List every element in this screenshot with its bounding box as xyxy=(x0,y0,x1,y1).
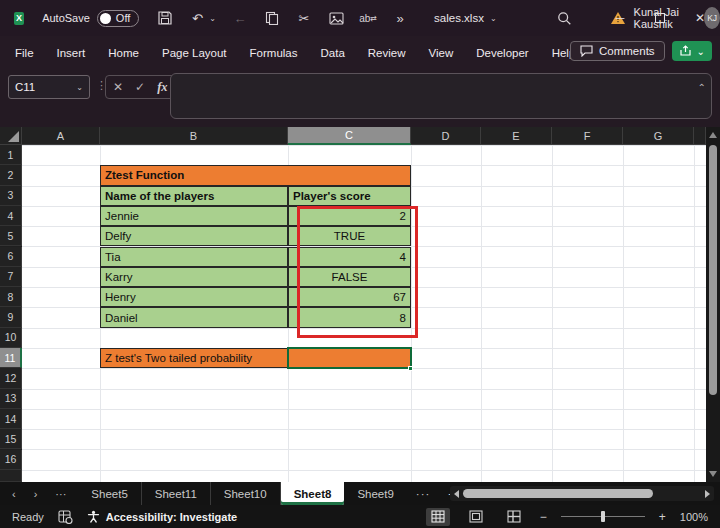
horizontal-scrollbar[interactable] xyxy=(450,486,714,501)
sheet-list-ellipsis-icon[interactable]: ··· xyxy=(55,488,66,500)
search-icon[interactable] xyxy=(557,11,572,26)
paste-picture-icon[interactable] xyxy=(328,10,344,26)
cell-B2-title[interactable]: Ztest Function xyxy=(100,165,411,185)
cell-C9[interactable]: 8 xyxy=(288,307,411,327)
sheet-nav-right-icon[interactable]: › xyxy=(34,488,38,500)
cell-B8[interactable]: Henry xyxy=(100,287,288,307)
tab-data[interactable]: Data xyxy=(312,41,354,65)
row-header-9[interactable]: 9 xyxy=(0,307,22,327)
select-all-corner[interactable] xyxy=(0,127,22,145)
scroll-down-icon[interactable] xyxy=(709,471,717,477)
scroll-left-icon[interactable] xyxy=(454,490,459,498)
close-button[interactable]: ✕ xyxy=(680,0,720,36)
row-header-13[interactable]: 13 xyxy=(0,389,22,409)
tab-review[interactable]: Review xyxy=(359,41,415,65)
horizontal-scroll-thumb[interactable] xyxy=(463,489,653,498)
tab-insert[interactable]: Insert xyxy=(48,41,95,65)
column-header-D[interactable]: D xyxy=(411,127,481,145)
cell-C6[interactable]: 4 xyxy=(288,247,411,267)
translate-icon[interactable]: ab⇄ xyxy=(360,10,376,26)
more-sheets-icon[interactable]: ··· xyxy=(407,482,440,505)
insert-function-icon[interactable]: fx xyxy=(157,80,167,95)
tab-developer[interactable]: Developer xyxy=(467,41,537,65)
vertical-scroll-thumb[interactable] xyxy=(709,145,717,395)
page-break-preview-icon[interactable] xyxy=(502,508,526,526)
column-header-E[interactable]: E xyxy=(481,127,552,145)
zoom-out-icon[interactable]: − xyxy=(540,510,547,524)
toggle-off-icon[interactable]: Off xyxy=(97,10,139,27)
zoom-slider-thumb[interactable] xyxy=(601,511,605,522)
maximize-button[interactable] xyxy=(640,0,680,36)
column-header-A[interactable]: A xyxy=(22,127,100,145)
enter-entry-icon[interactable]: ✓ xyxy=(135,80,145,94)
cut-icon[interactable]: ✂ xyxy=(296,10,312,26)
tab-page-layout[interactable]: Page Layout xyxy=(153,41,236,65)
undo-icon[interactable]: ↶ xyxy=(189,10,205,26)
cell-B9[interactable]: Daniel xyxy=(100,307,288,327)
cell-C11-selected[interactable] xyxy=(288,348,411,368)
cancel-entry-icon[interactable]: ✕ xyxy=(113,80,123,94)
document-title[interactable]: sales.xlsx ⌄ xyxy=(434,12,497,24)
cell-C3-header[interactable]: Player's score xyxy=(288,186,411,206)
column-header-F[interactable]: F xyxy=(552,127,623,145)
cell-B6[interactable]: Tia xyxy=(100,247,288,267)
cell-B3-header[interactable]: Name of the players xyxy=(100,186,288,206)
sheet-tab-sheet9[interactable]: Sheet9 xyxy=(344,482,406,505)
name-box[interactable]: C11 ⌄ xyxy=(8,75,90,99)
collapse-formula-bar-icon[interactable]: ⌃ xyxy=(698,82,706,93)
sheet-tab-sheet8-active[interactable]: Sheet8 xyxy=(281,482,345,505)
row-header-11[interactable]: 11 xyxy=(0,348,22,368)
column-header-G[interactable]: G xyxy=(623,127,694,145)
sheet-tab-sheet11[interactable]: Sheet11 xyxy=(142,482,211,505)
row-header-3[interactable]: 3 xyxy=(0,186,22,206)
zoom-slider[interactable] xyxy=(561,516,645,517)
toolbar-overflow-icon[interactable]: » xyxy=(392,10,408,26)
fill-handle[interactable] xyxy=(408,366,413,371)
cell-C7[interactable]: FALSE xyxy=(288,267,411,287)
sheet-tab-sheet10[interactable]: Sheet10 xyxy=(211,482,281,505)
cell-C4[interactable]: 2 xyxy=(288,206,411,226)
zoom-level[interactable]: 100% xyxy=(680,511,708,523)
row-header-7[interactable]: 7 xyxy=(0,267,22,287)
formula-input[interactable] xyxy=(170,73,712,119)
comments-button[interactable]: Comments xyxy=(570,41,665,61)
accessibility-status[interactable]: Accessibility: Investigate xyxy=(87,510,237,523)
page-layout-view-icon[interactable] xyxy=(464,508,488,526)
row-header-14[interactable]: 14 xyxy=(0,409,22,429)
column-header-C[interactable]: C xyxy=(288,127,411,145)
sheet-tab-sheet5[interactable]: Sheet5 xyxy=(78,482,141,505)
cell-C5[interactable]: TRUE xyxy=(288,226,411,246)
zoom-in-icon[interactable]: + xyxy=(659,510,666,524)
cell-B4[interactable]: Jennie xyxy=(100,206,288,226)
copy-icon[interactable] xyxy=(264,10,280,26)
row-header-10[interactable]: 10 xyxy=(0,328,22,348)
row-header-17-partial[interactable] xyxy=(0,470,22,482)
tab-view[interactable]: View xyxy=(420,41,463,65)
autosave-toggle[interactable]: AutoSave Off xyxy=(42,10,139,27)
row-header-12[interactable]: 12 xyxy=(0,368,22,388)
scroll-up-icon[interactable] xyxy=(709,132,717,138)
column-header-B[interactable]: B xyxy=(100,127,288,145)
tab-formulas[interactable]: Formulas xyxy=(241,41,307,65)
normal-view-icon[interactable] xyxy=(426,508,450,526)
macro-record-icon[interactable] xyxy=(58,510,73,524)
row-header-1[interactable]: 1 xyxy=(0,145,22,165)
vertical-scrollbar[interactable] xyxy=(706,127,720,482)
cell-B5[interactable]: Delfy xyxy=(100,226,288,246)
cell-B11-label[interactable]: Z test's Two tailed probability xyxy=(100,348,288,368)
row-header-8[interactable]: 8 xyxy=(0,287,22,307)
save-icon[interactable] xyxy=(157,10,173,26)
scroll-right-icon[interactable] xyxy=(705,490,710,498)
minimize-button[interactable]: ─ xyxy=(600,0,640,36)
tab-home[interactable]: Home xyxy=(99,41,148,65)
sheet-nav-left-icon[interactable]: ‹ xyxy=(12,488,16,500)
cell-B7[interactable]: Karry xyxy=(100,267,288,287)
row-header-2[interactable]: 2 xyxy=(0,165,22,185)
row-header-16[interactable]: 16 xyxy=(0,450,22,470)
row-header-15[interactable]: 15 xyxy=(0,429,22,449)
name-box-chevron-icon[interactable]: ⌄ xyxy=(76,83,83,92)
share-button[interactable]: ⌄ xyxy=(672,41,712,61)
row-header-6[interactable]: 6 xyxy=(0,247,22,267)
undo-chevron-icon[interactable]: ⌄ xyxy=(209,14,216,23)
row-header-4[interactable]: 4 xyxy=(0,206,22,226)
